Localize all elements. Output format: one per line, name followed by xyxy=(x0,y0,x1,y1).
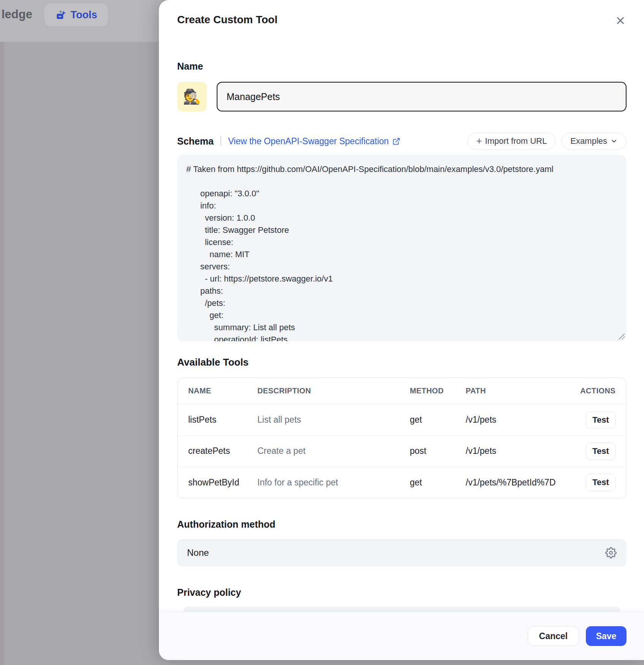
name-section-heading: Name xyxy=(177,61,627,72)
table-row: listPets List all pets get /v1/pets Test xyxy=(178,404,626,436)
tab-tools[interactable]: Tools xyxy=(44,3,108,26)
detective-emoji-icon: 🕵️ xyxy=(183,88,201,105)
nav-item-knowledge-partial[interactable]: ledge xyxy=(2,8,32,21)
column-header-path: PATH xyxy=(466,387,580,395)
spec-link-label: View the OpenAPI-Swagger Specification xyxy=(228,136,389,146)
column-header-description: DESCRIPTION xyxy=(257,387,410,395)
schema-actions: + Import from URL Examples xyxy=(468,133,627,150)
save-button[interactable]: Save xyxy=(586,626,627,646)
column-header-actions: ACTIONS xyxy=(580,387,615,395)
schema-yaml-text: # Taken from https://github.com/OAI/Open… xyxy=(177,155,627,341)
chevron-down-icon xyxy=(610,137,618,145)
test-button[interactable]: Test xyxy=(586,442,615,460)
modal-header: Create Custom Tool xyxy=(159,0,644,38)
tool-description: Info for a specific pet xyxy=(257,477,410,488)
tool-method: get xyxy=(410,415,466,425)
authorization-heading: Authorization method xyxy=(177,519,627,530)
privacy-policy-heading: Privacy policy xyxy=(177,587,627,598)
import-from-url-label: Import from URL xyxy=(485,136,547,146)
authorization-method-field[interactable]: None xyxy=(177,539,627,566)
close-button[interactable] xyxy=(613,13,628,28)
openapi-spec-link[interactable]: View the OpenAPI-Swagger Specification xyxy=(228,136,400,146)
vertical-divider xyxy=(220,136,221,146)
create-custom-tool-modal: Create Custom Tool Name 🕵️ Schema View t… xyxy=(159,0,644,660)
examples-dropdown-button[interactable]: Examples xyxy=(562,133,627,150)
gear-icon[interactable] xyxy=(605,547,617,558)
available-tools-heading: Available Tools xyxy=(177,356,627,368)
table-header-row: NAME DESCRIPTION METHOD PATH ACTIONS xyxy=(178,378,626,404)
tool-path: /v1/pets xyxy=(466,415,580,425)
resize-handle[interactable] xyxy=(619,334,625,339)
test-button[interactable]: Test xyxy=(586,474,615,491)
tools-icon xyxy=(56,10,66,20)
column-header-method: METHOD xyxy=(410,387,466,395)
table-row: showPetById Info for a specific pet get … xyxy=(178,467,626,498)
available-tools-table: NAME DESCRIPTION METHOD PATH ACTIONS lis… xyxy=(177,377,627,498)
tool-description: List all pets xyxy=(257,415,410,425)
schema-editor[interactable]: # Taken from https://github.com/OAI/Open… xyxy=(177,155,627,341)
plus-icon: + xyxy=(476,135,482,147)
tool-name: showPetById xyxy=(188,477,257,488)
tool-path: /v1/pets/%7BpetId%7D xyxy=(466,477,580,488)
name-row: 🕵️ xyxy=(177,82,627,111)
import-from-url-button[interactable]: + Import from URL xyxy=(468,133,556,150)
examples-label: Examples xyxy=(570,136,607,146)
tool-path: /v1/pets xyxy=(466,446,580,456)
modal-footer: Cancel Save xyxy=(159,612,644,660)
tool-description: Create a pet xyxy=(257,446,410,456)
column-header-name: NAME xyxy=(188,387,257,395)
modal-title: Create Custom Tool xyxy=(177,14,278,25)
modal-body: Name 🕵️ Schema View the OpenAPI-Swagger … xyxy=(159,61,644,615)
schema-row: Schema View the OpenAPI-Swagger Specific… xyxy=(177,133,627,150)
app-left-edge xyxy=(0,42,4,665)
external-link-icon xyxy=(392,137,400,145)
tool-name: createPets xyxy=(188,446,257,456)
table-row: createPets Create a pet post /v1/pets Te… xyxy=(178,436,626,467)
test-button[interactable]: Test xyxy=(586,411,615,429)
cancel-button[interactable]: Cancel xyxy=(528,626,579,646)
authorization-value: None xyxy=(187,547,209,558)
tool-name-input[interactable] xyxy=(217,82,627,111)
tool-method: post xyxy=(410,446,466,456)
tab-tools-label: Tools xyxy=(71,9,97,21)
schema-section-heading: Schema xyxy=(177,136,214,147)
tool-icon-picker[interactable]: 🕵️ xyxy=(177,82,207,111)
close-icon xyxy=(615,15,626,26)
tool-method: get xyxy=(410,477,466,488)
tool-name: listPets xyxy=(188,415,257,425)
